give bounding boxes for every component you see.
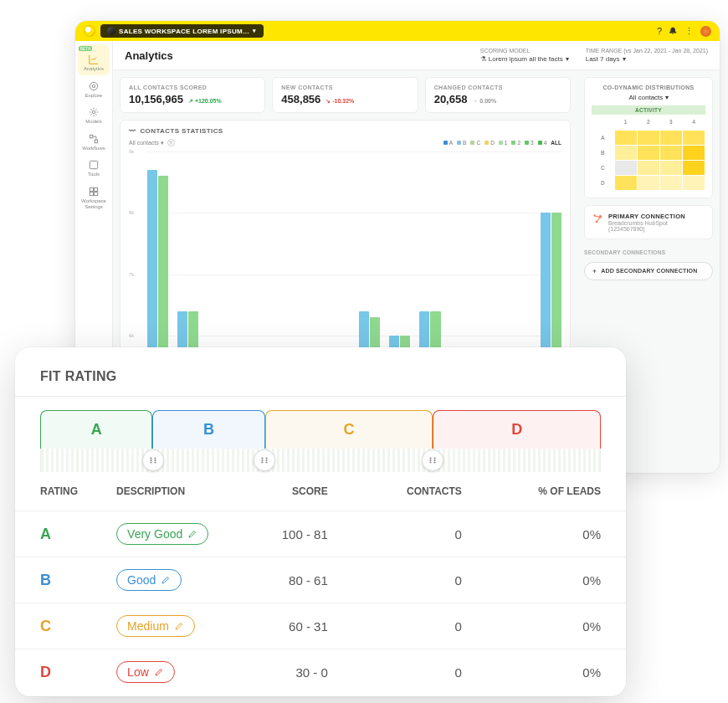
legend-item[interactable]: B xyxy=(457,140,466,146)
legend-item[interactable]: 4 xyxy=(538,140,547,146)
tools-icon xyxy=(88,159,100,171)
stat-label: NEW CONTACTS xyxy=(281,85,408,90)
svg-point-2 xyxy=(92,110,95,114)
stat-delta: ↘ -10.32% xyxy=(324,98,354,104)
table-header: % OF LEADS xyxy=(504,472,626,511)
rail-item-explore[interactable]: Explore xyxy=(78,77,110,102)
heatmap-cell[interactable] xyxy=(682,160,705,175)
legend-item[interactable]: C xyxy=(470,140,480,146)
legend-item[interactable]: 3 xyxy=(525,140,534,146)
hubspot-icon xyxy=(592,213,603,224)
legend-item[interactable]: 1 xyxy=(499,140,508,146)
heatmap-cell[interactable] xyxy=(614,160,637,175)
svg-rect-3 xyxy=(90,135,93,138)
svg-point-25 xyxy=(429,457,431,459)
description-pill[interactable]: Good xyxy=(116,569,182,591)
secondary-connections-label: SECONDARY CONNECTIONS xyxy=(584,249,713,255)
pct-cell: 0% xyxy=(504,511,626,557)
score-cell: 30 - 0 xyxy=(247,649,370,695)
rating-tab-C[interactable]: C xyxy=(265,410,433,449)
chevron-down-icon: ▾ xyxy=(623,55,626,63)
settings-icon xyxy=(88,186,100,198)
rating-tab-A[interactable]: A xyxy=(40,410,152,449)
rating-tab-B[interactable]: B xyxy=(152,410,264,449)
heatmap-row: D xyxy=(592,175,614,190)
heatmap-cell[interactable] xyxy=(637,145,659,160)
help-icon[interactable]: ? xyxy=(167,139,175,146)
contacts-cell: 0 xyxy=(370,603,504,649)
svg-point-17 xyxy=(150,459,151,461)
legend-item[interactable]: A xyxy=(443,140,453,146)
rating-cell: B xyxy=(15,557,106,603)
rail-item-tools[interactable]: Tools xyxy=(78,156,110,181)
heatmap-cell[interactable] xyxy=(659,130,682,145)
heatmap-cell[interactable] xyxy=(682,145,705,160)
page-title: Analytics xyxy=(125,49,173,62)
chart-filter-dropdown[interactable]: All contacts ▾ xyxy=(129,140,164,146)
heatmap-cell[interactable] xyxy=(682,175,705,190)
fit-rating-title: FIT RATING xyxy=(15,369,626,396)
plus-icon: ＋ xyxy=(592,267,597,275)
slider-handle[interactable] xyxy=(422,449,443,471)
svg-rect-9 xyxy=(95,192,98,196)
heatmap-col: 3 xyxy=(659,115,682,130)
heatmap-cell[interactable] xyxy=(682,130,705,145)
rating-slider[interactable] xyxy=(40,449,601,472)
description-pill[interactable]: Medium xyxy=(116,615,195,637)
heatmap-cell[interactable] xyxy=(637,160,659,175)
heatmap-cell[interactable] xyxy=(659,145,682,160)
distributions-dropdown[interactable]: All contacts ▾ xyxy=(592,94,705,101)
heatmap-cell[interactable] xyxy=(614,145,637,160)
help-icon[interactable]: ? xyxy=(657,26,662,36)
user-avatar-icon[interactable] xyxy=(700,26,711,37)
workflows-icon xyxy=(88,133,100,145)
legend-item[interactable]: D xyxy=(484,140,495,146)
svg-point-13 xyxy=(150,457,151,459)
svg-point-0 xyxy=(90,82,97,90)
stat-cards-row: ALL CONTACTS SCORED 10,156,965 ↗ +120.05… xyxy=(120,77,571,113)
rating-tab-D[interactable]: D xyxy=(433,410,601,449)
kebab-icon[interactable]: ⋮ xyxy=(684,26,694,37)
chart-legend: ABCD1234ALL xyxy=(443,140,561,146)
svg-point-21 xyxy=(262,461,264,463)
workspace-switcher[interactable]: SALES WORKSPACE LOREM IPSUM… ▾ xyxy=(100,24,264,38)
stat-label: CHANGED CONTACTS xyxy=(434,85,561,90)
time-range-selector[interactable]: TIME RANGE (vs Jan 22, 2021 - Jan 28, 20… xyxy=(586,48,708,63)
heatmap-cell[interactable] xyxy=(659,160,682,175)
legend-item[interactable]: ALL xyxy=(551,140,561,146)
scoring-model-selector[interactable]: SCORING MODEL ⚗︎Lorem ipsum all the fact… xyxy=(480,48,569,63)
heatmap-cell[interactable] xyxy=(637,130,659,145)
chevron-down-icon: ▾ xyxy=(253,28,256,34)
analytics-icon xyxy=(88,54,100,65)
bell-icon[interactable]: 🔔︎ xyxy=(669,26,678,36)
rail-item-workflows[interactable]: Workflows xyxy=(78,130,110,155)
heatmap-col-header: ACTIVITY xyxy=(592,105,705,115)
slider-handle[interactable] xyxy=(142,449,164,471)
slider-handle[interactable] xyxy=(254,449,275,471)
heatmap-cell[interactable] xyxy=(637,175,659,190)
svg-point-26 xyxy=(433,457,435,459)
svg-point-1 xyxy=(92,85,95,88)
rail-label: Analytics xyxy=(84,66,104,72)
rail-item-models[interactable]: Models xyxy=(78,103,110,128)
rail-item-analytics[interactable]: BETAAnalytics xyxy=(78,44,110,75)
distributions-panel: CO-DYNAMIC DISTRIBUTIONS All contacts ▾ … xyxy=(584,77,713,198)
heatmap-cell[interactable] xyxy=(659,175,682,190)
heatmap-row: C xyxy=(592,160,614,175)
heatmap-cell[interactable] xyxy=(614,130,637,145)
rail-item-settings[interactable]: Workspace Settings xyxy=(78,182,110,213)
svg-point-28 xyxy=(433,461,435,463)
add-secondary-connection-button[interactable]: ＋ADD SECONDARY CONNECTION xyxy=(584,262,713,280)
description-pill[interactable]: Very Good xyxy=(116,523,208,545)
score-cell: 80 - 61 xyxy=(247,557,370,603)
svg-rect-8 xyxy=(90,192,93,196)
top-bar: SALES WORKSPACE LOREM IPSUM… ▾ ? 🔔︎ ⋮ xyxy=(75,21,720,41)
heatmap-cell[interactable] xyxy=(614,175,637,190)
chevron-down-icon: ▾ xyxy=(566,55,569,63)
table-header: RATING xyxy=(15,472,106,511)
table-header: CONTACTS xyxy=(370,472,504,511)
legend-item[interactable]: 2 xyxy=(511,140,520,146)
rating-cell: A xyxy=(15,511,106,557)
description-pill[interactable]: Low xyxy=(116,661,175,683)
svg-point-23 xyxy=(262,459,264,461)
